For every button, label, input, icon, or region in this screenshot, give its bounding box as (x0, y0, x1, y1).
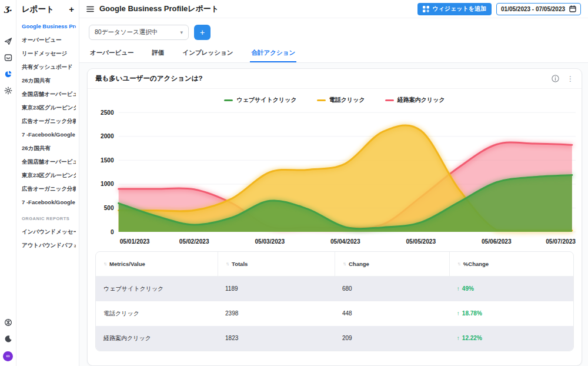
date-range-value: 01/05/2023 - 07/05/2023 (501, 6, 565, 12)
sidebar-title: レポート (22, 4, 54, 15)
add-widget-button[interactable]: ウィジェットを追加 (417, 3, 492, 15)
add-widget-label: ウィジェットを追加 (432, 5, 486, 13)
sidebar-item[interactable]: インバウンドメッセージ (22, 229, 76, 235)
sidebar-item[interactable]: 7 -Facebook/Google My... (22, 199, 76, 205)
svg-text:05/02/2023: 05/02/2023 (179, 238, 209, 245)
brand-logo: ʒ. (4, 3, 12, 14)
cell-totals: 1189 (218, 285, 335, 292)
menu-icon[interactable] (86, 6, 94, 12)
tab[interactable]: 評価 (151, 45, 165, 62)
area-chart: 0500100015002000250005/01/202305/02/2023… (91, 105, 578, 249)
inbox-icon[interactable] (4, 53, 13, 62)
legend-label: ウェブサイトクリック (236, 96, 296, 104)
legend-item[interactable]: 経路案内クリック (385, 96, 445, 104)
sidebar-item[interactable]: 東京23区グルーピング (22, 172, 76, 178)
rail-bottom: ∞ (3, 314, 13, 361)
legend-item[interactable]: ウェブサイトクリック (224, 96, 296, 104)
widget-card-header: 最も多いユーザーのアクションは? ⋮ (88, 69, 582, 89)
cell-pct-change: ↑49% (449, 285, 573, 292)
up-arrow-icon: ↑ (457, 285, 460, 292)
table-row[interactable]: ウェブサイトクリック 1189 680 ↑49% (96, 277, 573, 301)
kebab-menu-icon[interactable]: ⋮ (567, 75, 574, 83)
main-area: Google Business Profileレポート ウィジェットを追加 01… (79, 0, 588, 366)
sidebar-item[interactable]: 全国店舗オーバービュー (22, 91, 76, 97)
column-header-totals[interactable]: ↑↓Totals (218, 252, 335, 277)
legend-item[interactable]: 電話クリック (317, 96, 365, 104)
datasource-select-value: 80データソース選択中 (95, 28, 158, 36)
svg-text:500: 500 (104, 205, 114, 211)
sidebar-item[interactable]: 共有ダッシュボード (22, 64, 76, 70)
chevron-down-icon: ▾ (180, 29, 183, 35)
sidebar-item[interactable]: 26カ国共有 (22, 145, 76, 151)
sidebar-item[interactable]: オーバービュー (22, 37, 76, 43)
datasource-controls: 80データソース選択中 ▾ + (79, 18, 588, 45)
sidebar-item[interactable]: リードメッセージ (22, 51, 76, 56)
sidebar-item[interactable]: 広告オーガニック分析 (22, 186, 76, 192)
datasource-select[interactable]: 80データソース選択中 ▾ (89, 25, 189, 40)
cell-totals: 1823 (218, 335, 335, 341)
sidebar-item[interactable]: アウトバウンドパフォーマンス (22, 242, 76, 248)
tab[interactable]: 合計アクション (250, 45, 296, 62)
publish-icon[interactable] (4, 36, 13, 46)
sidebar-item[interactable]: Google Business Profileレ... (22, 24, 76, 29)
cell-metric: 電話クリック (96, 310, 218, 318)
sidebar-item[interactable]: 全国店舗オーバービュー (22, 159, 76, 165)
svg-text:05/06/2023: 05/06/2023 (482, 238, 512, 245)
add-datasource-button[interactable]: + (194, 25, 211, 40)
widget-title: 最も多いユーザーのアクションは? (95, 74, 203, 83)
legend-label: 経路案内クリック (397, 96, 445, 104)
moon-icon[interactable] (4, 334, 13, 344)
info-icon[interactable] (552, 75, 559, 82)
sidebar-item[interactable]: 広告オーガニック分析 (22, 118, 76, 124)
table-row[interactable]: 経路案内クリック 1823 209 ↑12.22% (96, 326, 573, 351)
table-header: ↑↓Metrics/Value ↑↓Totals ↑↓Change ↑↓%Cha… (96, 252, 573, 277)
sort-icon: ↑↓ (103, 261, 106, 267)
app-window: ʒ. ∞ レポート + Google Bus (0, 0, 588, 366)
cell-change: 209 (335, 335, 449, 341)
cell-pct-change: ↑18.78% (449, 310, 573, 317)
svg-text:1000: 1000 (101, 181, 114, 187)
sort-icon: ↑↓ (226, 261, 228, 267)
sidebar-section-label: ORGANIC REPORTS (22, 216, 76, 221)
svg-text:2500: 2500 (101, 109, 114, 116)
reports-sidebar: レポート + Google Business Profileレ...オーバービュ… (16, 0, 79, 366)
svg-text:05/01/2023: 05/01/2023 (120, 238, 150, 245)
sidebar-item[interactable]: 東京23区グルーピング (22, 105, 76, 111)
legend-label: 電話クリック (329, 96, 365, 104)
sidebar-item[interactable]: 26カ国共有 (22, 78, 76, 84)
up-arrow-icon: ↑ (457, 310, 460, 317)
svg-text:0: 0 (111, 229, 114, 235)
chart-container: 0500100015002000250005/01/202305/02/2023… (88, 104, 582, 249)
cell-change: 448 (335, 310, 449, 317)
date-range-picker[interactable]: 01/05/2023 - 07/05/2023 (496, 3, 581, 15)
calendar-icon (569, 5, 576, 12)
svg-text:05/04/2023: 05/04/2023 (330, 238, 360, 245)
sort-icon: ↑↓ (343, 261, 345, 267)
tab[interactable]: インプレッション (181, 45, 234, 62)
table-row[interactable]: 電話クリック 2398 448 ↑18.78% (96, 301, 573, 326)
column-header-metrics[interactable]: ↑↓Metrics/Value (96, 252, 218, 277)
legend-dash-icon (317, 99, 326, 101)
add-widget-icon (423, 6, 429, 12)
metrics-table: ↑↓Metrics/Value ↑↓Totals ↑↓Change ↑↓%Cha… (95, 251, 574, 351)
icon-rail: ʒ. ∞ (0, 0, 16, 366)
report-list: Google Business Profileレ...オーバービューリードメッセ… (22, 24, 76, 213)
cell-metric: ウェブサイトクリック (96, 285, 218, 293)
column-header-change[interactable]: ↑↓Change (335, 252, 449, 277)
svg-text:05/03/2023: 05/03/2023 (255, 238, 285, 245)
globe-icon[interactable] (4, 318, 13, 327)
column-header-pctchange[interactable]: ↑↓%Change (449, 252, 573, 277)
gear-icon[interactable] (4, 86, 13, 95)
reports-pie-icon[interactable] (4, 69, 13, 79)
user-avatar[interactable]: ∞ (3, 351, 13, 361)
svg-text:05/07/2023: 05/07/2023 (546, 238, 576, 245)
add-report-button[interactable]: + (69, 5, 74, 14)
cell-metric: 経路案内クリック (96, 334, 218, 342)
page-title: Google Business Profileレポート (99, 4, 219, 14)
svg-text:2000: 2000 (101, 133, 114, 139)
tab[interactable]: オーバービュー (89, 45, 135, 62)
table-body: ウェブサイトクリック 1189 680 ↑49% 電話クリック 2398 448… (96, 277, 573, 351)
up-arrow-icon: ↑ (457, 335, 460, 341)
topbar: Google Business Profileレポート ウィジェットを追加 01… (79, 0, 588, 18)
sidebar-item[interactable]: 7 -Facebook/Google My... (22, 132, 76, 138)
